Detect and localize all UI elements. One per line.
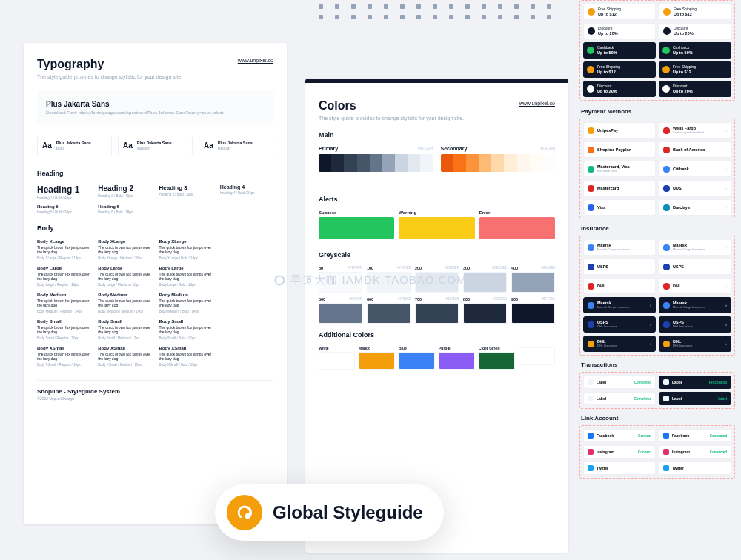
- payment-card[interactable]: Mastercard, Visaand more card›: [583, 161, 656, 177]
- insurance-card[interactable]: DHLDHL Insurance›: [659, 336, 731, 352]
- insurance-card[interactable]: MaerskMaersk Cargo Insurance›: [659, 239, 731, 256]
- promo-card[interactable]: Free ShippingUp to $12: [659, 61, 731, 78]
- link-account-row[interactable]: FacebookConnect: [583, 429, 656, 442]
- transaction-row[interactable]: LabelCompleted: [583, 392, 656, 405]
- url-link[interactable]: www.unpixel.co: [519, 101, 555, 106]
- additional-swatch: White: [319, 346, 355, 370]
- promo-card[interactable]: CashbackUp to 50%: [659, 42, 731, 59]
- color-swatch: [370, 154, 382, 172]
- font-weight-chip: AaPlus Jakarta SansRegular: [199, 136, 273, 156]
- insurance-card[interactable]: USPSDHL Insurance›: [583, 316, 656, 333]
- color-swatch: [420, 154, 433, 172]
- insurance-card[interactable]: USPS›: [659, 259, 731, 275]
- color-swatch: [382, 154, 395, 172]
- additional-swatch: [519, 346, 555, 370]
- alert-swatch: Success: [319, 210, 394, 239]
- body-sample: [220, 266, 273, 287]
- payment-card[interactable]: UDS›: [659, 180, 731, 196]
- grey-swatch: 500#64748B: [319, 297, 362, 324]
- insurance-card[interactable]: DHL›: [583, 278, 656, 294]
- color-swatch: [408, 154, 420, 172]
- typography-panel: www.unpixel.co Typography The style guid…: [24, 43, 287, 524]
- promo-card[interactable]: Free ShippingUp to $12: [583, 4, 656, 20]
- grey-swatch: 300#CBD5E1: [463, 266, 507, 293]
- transactions-title: Transactions: [581, 361, 734, 368]
- additional-section-title: Additional Colors: [319, 331, 555, 339]
- components-sidebar: Free ShippingUp to $12Free ShippingUp to…: [579, 0, 735, 560]
- heading-sample: Heading 5Heading 5 / Bold / 20px: [37, 204, 90, 214]
- color-swatch: [517, 154, 530, 172]
- insurance-card[interactable]: USPSDHL Insurance›: [659, 316, 731, 333]
- promo-card[interactable]: DiscountUp to 20%: [659, 23, 731, 39]
- body-sample: Body XLargeThe quick brown fox jumps ove…: [37, 239, 90, 260]
- payment-card[interactable]: Shopline Payplan›: [583, 141, 656, 158]
- badge-text: Global Styleguide: [273, 502, 423, 523]
- body-sample: [220, 239, 273, 260]
- color-swatch: [479, 154, 491, 172]
- footer-title: Shopline - Styleguide System: [37, 380, 273, 395]
- payment-card[interactable]: Barclays›: [659, 199, 731, 216]
- insurance-card[interactable]: DHL›: [659, 278, 731, 294]
- payment-card[interactable]: Mastercard›: [583, 180, 656, 196]
- greyscale-section-title: Greyscale: [319, 251, 555, 259]
- transaction-row[interactable]: LabelProcessing: [659, 376, 731, 389]
- body-sample: Body LargeThe quick brown fox jumps over…: [159, 266, 213, 287]
- link-account-row[interactable]: FacebookConnected: [659, 429, 731, 442]
- additional-swatch: Cider Green: [479, 346, 515, 370]
- link-account-row[interactable]: InstagramConnected: [659, 445, 731, 459]
- promo-card[interactable]: CashbackUp to 50%: [583, 42, 656, 59]
- body-sample: [220, 346, 273, 367]
- global-styleguide-badge: Global Styleguide: [215, 484, 444, 541]
- panel-subtitle: The style guide provides to change styli…: [319, 116, 555, 121]
- grey-swatch: 900#0F172A: [511, 297, 555, 324]
- color-swatch: [453, 154, 466, 172]
- copyright: ©2022 Unpixel Design: [37, 396, 273, 401]
- promo-card[interactable]: Free ShippingUp to $12: [659, 4, 731, 20]
- promo-card[interactable]: DiscountUp to 20%: [583, 81, 656, 97]
- body-sample: [220, 293, 273, 313]
- body-sample: Body XLargeThe quick brown fox jumps ove…: [98, 239, 151, 260]
- payment-methods-title: Payment Methods: [581, 108, 734, 115]
- promo-card[interactable]: DiscountUp to 20%: [583, 23, 656, 39]
- body-sample: [220, 319, 273, 340]
- font-download-link[interactable]: Download Font: https://fonts.google.com/…: [46, 110, 265, 115]
- color-swatch: [530, 154, 542, 172]
- icon-grid-row: [319, 4, 551, 9]
- color-swatch: [491, 154, 504, 172]
- color-swatch: [395, 154, 408, 172]
- palette-icon: [227, 495, 262, 530]
- color-swatch: [542, 154, 555, 172]
- body-section-title: Body: [37, 224, 273, 232]
- transaction-row[interactable]: LabelLabel: [659, 392, 731, 405]
- promo-card[interactable]: DiscountUp to 20%: [659, 81, 731, 97]
- transaction-row[interactable]: LabelCompleted: [583, 376, 656, 389]
- payment-card[interactable]: Bank of America›: [659, 141, 731, 158]
- color-swatch: [441, 154, 453, 172]
- body-sample: Body XSmallThe quick brown fox jumps ove…: [98, 346, 151, 367]
- body-sample: Body LargeThe quick brown fox jumps over…: [98, 266, 151, 287]
- font-card: Plus Jakarta Sans Download Font: https:/…: [37, 90, 273, 125]
- body-sample: Body MediumThe quick brown fox jumps ove…: [159, 293, 213, 313]
- payment-card[interactable]: Citibank›: [659, 161, 731, 177]
- icon-grid-row: [319, 15, 551, 19]
- secondary-label: Secondary#F97316: [441, 146, 556, 151]
- link-account-row[interactable]: Twitter: [583, 461, 656, 475]
- grey-swatch: 700#334155: [415, 297, 459, 324]
- payment-card[interactable]: Wells FargoSelect payment method›: [659, 122, 731, 139]
- payment-card[interactable]: Visa›: [583, 199, 656, 216]
- payment-card[interactable]: UnipexPay›: [583, 122, 656, 139]
- insurance-card[interactable]: MaerskMaersk Cargo Insurance›: [659, 297, 731, 313]
- url-link[interactable]: www.unpixel.co: [238, 58, 273, 63]
- link-account-row[interactable]: Twitter: [659, 461, 731, 475]
- color-swatch: [466, 154, 479, 172]
- insurance-card[interactable]: DHLDHL Insurance›: [583, 336, 656, 352]
- insurance-card[interactable]: USPS›: [583, 259, 656, 275]
- link-account-title: Link Account: [581, 415, 734, 421]
- font-weight-chip: AaPlus Jakarta SansBold: [37, 136, 112, 156]
- insurance-card[interactable]: MaerskMaersk Cargo Insurance›: [583, 239, 656, 256]
- link-account-row[interactable]: InstagramConnect: [583, 445, 656, 459]
- promo-card[interactable]: Free ShippingUp to $12: [583, 61, 656, 78]
- insurance-card[interactable]: MaerskMaersk Cargo Insurance›: [583, 297, 656, 313]
- additional-swatch: Mango: [359, 346, 395, 370]
- heading-sample: Heading 6Heading 6 / Bold / 18px: [98, 204, 151, 214]
